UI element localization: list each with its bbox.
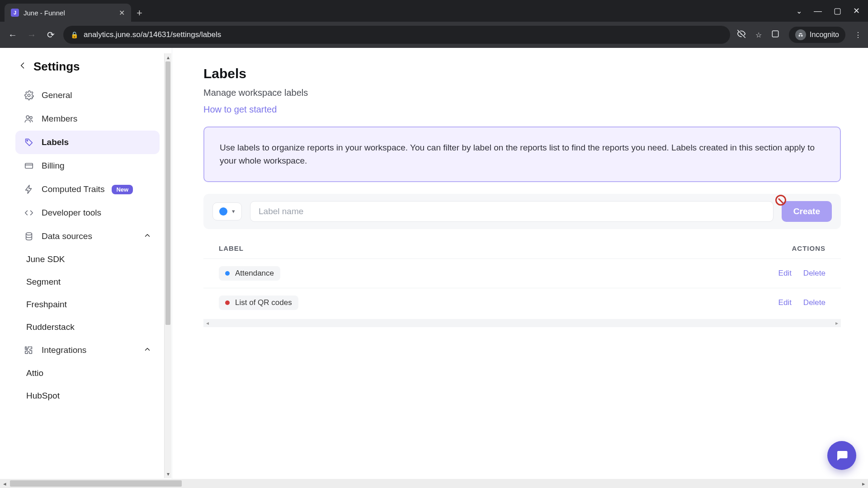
svg-point-6 — [27, 140, 28, 141]
svg-point-8 — [26, 233, 32, 235]
sidebar-item-billing[interactable]: Billing — [15, 154, 160, 178]
label-dot-icon — [225, 271, 230, 276]
tab-strip: J June - Funnel ✕ + ⌄ — ▢ ✕ — [0, 0, 868, 22]
sidebar-item-label: Developer tools — [42, 208, 101, 218]
users-icon — [24, 113, 34, 124]
new-tab-button[interactable]: + — [131, 7, 148, 22]
create-button[interactable]: Create — [782, 201, 832, 222]
sidebar-item-integrations[interactable]: Integrations — [15, 338, 160, 362]
settings-back-icon[interactable] — [18, 61, 27, 73]
browser-menu-icon[interactable]: ⋮ — [854, 31, 862, 39]
svg-rect-0 — [772, 31, 778, 37]
delete-link[interactable]: Delete — [803, 269, 826, 278]
sidebar-item-label: Billing — [42, 161, 65, 171]
svg-point-1 — [798, 35, 800, 37]
puzzle-icon — [24, 345, 34, 356]
sidebar-subitem-rudderstack[interactable]: Rudderstack — [18, 316, 170, 338]
create-label-row: ▾ Create — [203, 194, 841, 229]
table-horizontal-scrollbar[interactable]: ◂ ▸ — [203, 319, 841, 327]
minimize-window-icon[interactable]: — — [814, 6, 822, 16]
sidebar-subitem-attio[interactable]: Attio — [18, 362, 170, 385]
scroll-right-arrow-icon[interactable]: ▸ — [859, 480, 868, 487]
label-name: Attendance — [235, 269, 274, 278]
sidebar-item-label: Integrations — [42, 345, 86, 355]
settings-sidebar: Settings General Members — [0, 48, 172, 488]
incognito-chip[interactable]: Incognito — [789, 27, 845, 43]
back-button[interactable]: ← — [6, 28, 19, 41]
scrollbar-thumb[interactable] — [10, 480, 182, 487]
table-header: LABEL ACTIONS — [203, 244, 841, 258]
intercom-chat-button[interactable] — [827, 441, 856, 470]
install-app-icon[interactable] — [771, 29, 780, 40]
sidebar-item-label: Data sources — [42, 231, 92, 241]
sidebar-item-computed-traits[interactable]: Computed Traits New — [15, 178, 160, 201]
svg-point-4 — [26, 116, 29, 118]
tab-favicon-icon: J — [11, 9, 19, 17]
lock-icon: 🔒 — [71, 31, 78, 38]
label-name-input[interactable] — [250, 201, 774, 222]
forward-button[interactable]: → — [25, 28, 38, 41]
scrollbar-thumb[interactable] — [165, 61, 170, 325]
viewport-horizontal-scrollbar[interactable]: ◂ ▸ — [0, 479, 868, 488]
scroll-right-arrow-icon[interactable]: ▸ — [835, 320, 838, 326]
scroll-left-arrow-icon[interactable]: ◂ — [206, 320, 209, 326]
eye-off-icon[interactable] — [736, 29, 746, 41]
sidebar-item-label: Labels — [42, 137, 69, 147]
label-dot-icon — [225, 300, 230, 305]
close-window-icon[interactable]: ✕ — [853, 6, 860, 16]
edit-link[interactable]: Edit — [778, 298, 792, 307]
sidebar-item-data-sources[interactable]: Data sources — [15, 225, 160, 248]
reload-button[interactable]: ⟳ — [44, 28, 57, 41]
app-viewport: Settings General Members — [0, 48, 868, 488]
tab-title: June - Funnel — [24, 9, 114, 17]
color-swatch-icon — [219, 207, 227, 216]
new-badge: New — [112, 185, 133, 194]
col-actions-header: ACTIONS — [792, 244, 826, 252]
code-icon — [24, 207, 34, 218]
blocked-cursor-icon — [775, 195, 786, 206]
sidebar-item-developer-tools[interactable]: Developer tools — [15, 201, 160, 225]
scroll-left-arrow-icon[interactable]: ◂ — [0, 480, 9, 487]
label-chip: Attendance — [219, 266, 280, 281]
tabs-dropdown-icon[interactable]: ⌄ — [796, 7, 802, 15]
how-to-link[interactable]: How to get started — [203, 104, 277, 115]
sidebar-item-label: General — [42, 90, 72, 100]
maximize-window-icon[interactable]: ▢ — [834, 6, 841, 16]
bookmark-star-icon[interactable]: ☆ — [755, 31, 762, 39]
delete-link[interactable]: Delete — [803, 298, 826, 307]
svg-rect-7 — [25, 164, 33, 169]
chevron-down-icon: ▾ — [232, 208, 235, 215]
chevron-up-icon — [143, 345, 151, 356]
scroll-up-arrow-icon[interactable]: ▴ — [165, 53, 171, 61]
incognito-label: Incognito — [810, 31, 839, 39]
address-bar[interactable]: 🔒 analytics.june.so/a/14631/settings/lab… — [63, 26, 730, 44]
chevron-up-icon — [143, 231, 151, 242]
svg-point-5 — [30, 117, 32, 119]
sidebar-subitem-freshpaint[interactable]: Freshpaint — [18, 293, 170, 316]
sidebar-scrollbar[interactable]: ▴ ▾ — [164, 53, 171, 478]
label-chip: List of QR codes — [219, 296, 298, 310]
url-text: analytics.june.so/a/14631/settings/label… — [84, 30, 221, 39]
scroll-down-arrow-icon[interactable]: ▾ — [165, 470, 171, 478]
browser-tab[interactable]: J June - Funnel ✕ — [5, 4, 131, 22]
content-area: Labels Manage workspace labels How to ge… — [172, 48, 868, 488]
sidebar-subitem-segment[interactable]: Segment — [18, 271, 170, 293]
chat-icon — [835, 449, 849, 462]
svg-point-2 — [801, 35, 803, 37]
sidebar-subitem-june-sdk[interactable]: June SDK — [18, 248, 170, 271]
sidebar-item-labels[interactable]: Labels — [15, 131, 160, 154]
page-subtitle: Manage workspace labels — [203, 88, 841, 98]
sidebar-subitem-hubspot[interactable]: HubSpot — [18, 385, 170, 407]
labels-table: LABEL ACTIONS Attendance Edit Delete Lis… — [203, 244, 841, 327]
close-tab-icon[interactable]: ✕ — [119, 9, 125, 17]
edit-link[interactable]: Edit — [778, 269, 792, 278]
card-icon — [24, 160, 34, 171]
sidebar-item-members[interactable]: Members — [15, 107, 160, 131]
label-color-picker[interactable]: ▾ — [212, 202, 242, 221]
window-controls: ⌄ — ▢ ✕ — [796, 0, 868, 22]
label-name: List of QR codes — [235, 298, 292, 307]
sidebar-divider — [172, 48, 172, 488]
browser-toolbar: ← → ⟳ 🔒 analytics.june.so/a/14631/settin… — [0, 22, 868, 48]
svg-point-3 — [28, 94, 30, 97]
sidebar-item-general[interactable]: General — [15, 84, 160, 107]
